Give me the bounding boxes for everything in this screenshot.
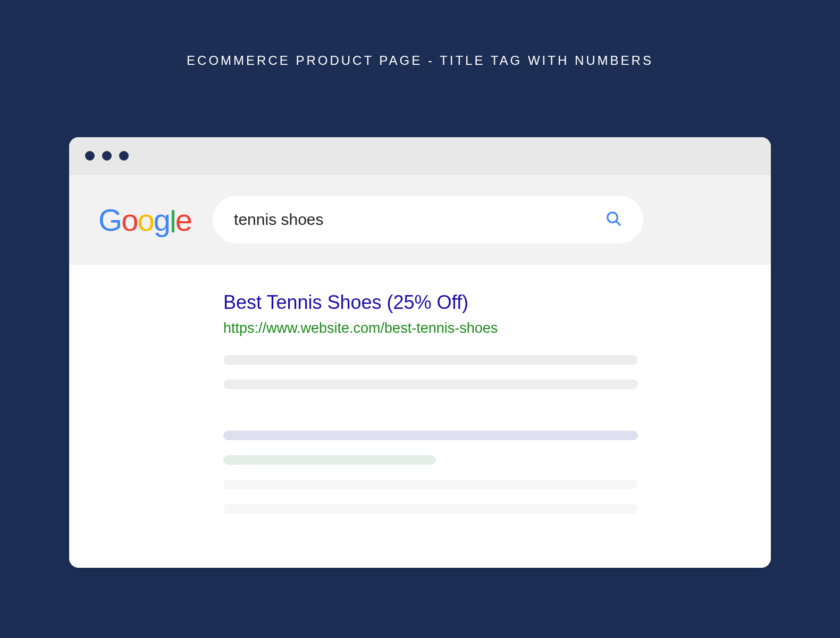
window-minimize-button[interactable] [102, 151, 112, 161]
browser-title-bar [69, 137, 771, 174]
window-close-button[interactable] [85, 151, 95, 161]
result-title-placeholder [223, 431, 638, 440]
search-icon[interactable] [605, 210, 622, 229]
result-url-placeholder [223, 455, 436, 465]
logo-letter: o [121, 202, 137, 238]
result-snippet-placeholder [223, 380, 638, 389]
page-heading: ECOMMERCE PRODUCT PAGE - TITLE TAG WITH … [187, 53, 653, 68]
logo-letter: o [137, 202, 153, 238]
search-box[interactable] [213, 196, 643, 244]
logo-letter: e [175, 202, 191, 238]
search-header: G o o g l e [69, 174, 771, 265]
browser-window: G o o g l e Best Tennis Shoes (25% Off) … [69, 137, 771, 568]
result-snippet-placeholder [223, 480, 638, 489]
window-maximize-button[interactable] [119, 151, 129, 161]
result-snippet-placeholder [223, 504, 638, 514]
result-snippet-placeholder [223, 355, 638, 365]
logo-letter: l [170, 204, 175, 239]
result-title-link[interactable]: Best Tennis Shoes (25% Off) [223, 291, 771, 314]
logo-letter: G [98, 202, 121, 238]
google-logo: G o o g l e [98, 202, 191, 238]
search-input[interactable] [234, 211, 544, 229]
logo-letter: g [154, 202, 170, 238]
svg-line-1 [616, 221, 620, 225]
search-results: Best Tennis Shoes (25% Off) https://www.… [69, 265, 771, 514]
result-url[interactable]: https://www.website.com/best-tennis-shoe… [223, 320, 771, 337]
